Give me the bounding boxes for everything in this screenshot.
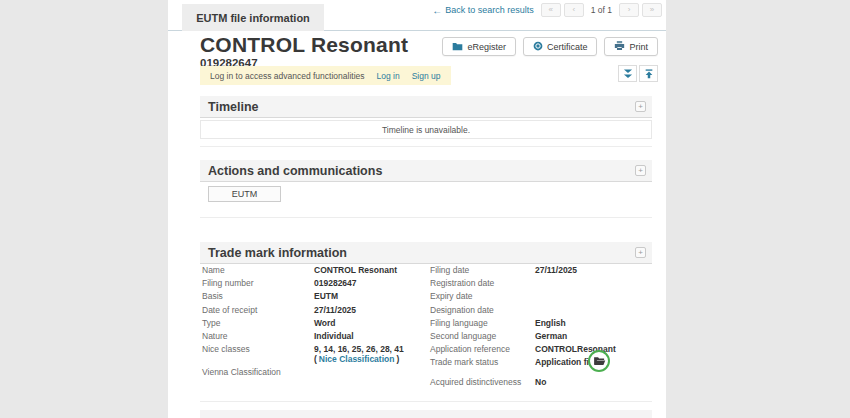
page-sheet: ← Back to search results « ‹ 1 of 1 › » … <box>168 0 666 418</box>
trademark-title: Trade mark information <box>208 246 635 260</box>
field-row-application-reference: Application reference CONTROLResonant <box>430 345 652 355</box>
timeline-section-header: Timeline + <box>200 96 652 118</box>
field-row-vienna-classification: Vienna Classification <box>202 368 424 378</box>
field-value: 9, 14, 16, 25, 26, 28, 41 (Nice Classifi… <box>314 345 424 364</box>
field-value: 019282647 <box>314 279 357 289</box>
field-label: Basis <box>202 292 314 302</box>
trademark-right-column: Filing date 27/11/2025 Registration date… <box>430 266 652 391</box>
action-buttons: eRegister Certificate Print <box>442 37 658 56</box>
field-row-nature: Nature Individual <box>202 332 424 342</box>
timeline-title: Timeline <box>208 100 635 114</box>
field-row-trade-mark-status: Trade mark status Application filed <box>430 358 652 368</box>
field-label: Designation date <box>430 306 535 316</box>
field-row-basis: Basis EUTM <box>202 292 424 302</box>
expand-all-button[interactable] <box>618 65 637 82</box>
arrow-up-to-bar-icon <box>644 65 654 83</box>
tab-eutm-file-information[interactable]: EUTM file information <box>182 4 324 31</box>
certificate-seal-icon <box>533 41 543 53</box>
field-label: Vienna Classification <box>202 368 314 378</box>
actions-section-header: Actions and communications + <box>200 160 652 182</box>
folder-icon <box>452 41 463 53</box>
certificate-label: Certificate <box>547 42 588 52</box>
eutm-filter-button[interactable]: EUTM <box>208 186 281 202</box>
field-row-registration-date: Registration date <box>430 279 652 289</box>
actions-title: Actions and communications <box>208 164 635 178</box>
field-row-nice-classes: Nice classes 9, 14, 16, 25, 26, 28, 41 (… <box>202 345 424 364</box>
field-value: German <box>535 332 567 342</box>
result-pager: « ‹ 1 of 1 › » <box>541 3 662 17</box>
timeline-unavailable-message: Timeline is unavailable. <box>382 125 470 135</box>
pager-next-button[interactable]: › <box>619 3 639 17</box>
field-row-acquired-distinctiveness: Acquired distinctiveness No <box>430 378 652 388</box>
pager-counter: 1 of 1 <box>591 5 612 15</box>
certificate-button[interactable]: Certificate <box>523 37 598 56</box>
back-to-search-results-link[interactable]: ← Back to search results <box>432 5 534 16</box>
section-divider <box>200 401 652 402</box>
timeline-body: Timeline is unavailable. <box>200 120 652 139</box>
login-notice-bar: Log in to access advanced functionalitie… <box>200 66 451 85</box>
field-row-filing-number: Filing number 019282647 <box>202 279 424 289</box>
signup-link[interactable]: Sign up <box>412 71 441 81</box>
field-label: Acquired distinctiveness <box>430 378 535 388</box>
field-row-type: Type Word <box>202 319 424 329</box>
login-message: Log in to access advanced functionalitie… <box>210 71 365 81</box>
field-label: Registration date <box>430 279 535 289</box>
field-label: Nice classes <box>202 345 314 364</box>
print-button[interactable]: Print <box>604 37 658 56</box>
field-label: Filing language <box>430 319 535 329</box>
pager-first-button[interactable]: « <box>541 3 561 17</box>
eregister-button[interactable]: eRegister <box>442 37 516 56</box>
field-value: No <box>535 378 546 388</box>
trademark-section-header: Trade mark information + <box>200 242 652 264</box>
field-value: EUTM <box>314 292 338 302</box>
collapse-all-button[interactable] <box>639 65 658 82</box>
field-label: Filing date <box>430 266 535 276</box>
top-navigation: ← Back to search results « ‹ 1 of 1 › » <box>432 3 662 17</box>
field-label: Application reference <box>430 345 535 355</box>
double-chevron-down-icon <box>623 65 633 83</box>
field-row-expiry-date: Expiry date <box>430 292 652 302</box>
pager-last-button[interactable]: » <box>642 3 662 17</box>
field-row-designation-date: Designation date <box>430 306 652 316</box>
section-divider <box>200 146 652 147</box>
trademark-toggle-button[interactable]: + <box>635 247 646 258</box>
eregister-label: eRegister <box>467 42 506 52</box>
actions-toggle-button[interactable]: + <box>635 165 646 176</box>
section-divider <box>200 217 652 218</box>
next-section-header-partial <box>200 410 652 418</box>
field-label: Filing number <box>202 279 314 289</box>
field-row-filing-language: Filing language English <box>430 319 652 329</box>
login-link[interactable]: Log in <box>377 71 400 81</box>
trademark-left-column: Name CONTROL Resonant Filing number 0192… <box>202 266 424 381</box>
field-row-date-of-receipt: Date of receipt 27/11/2025 <box>202 306 424 316</box>
field-label: Type <box>202 319 314 329</box>
field-value: Word <box>314 319 336 329</box>
page-title: CONTROL Resonant <box>200 33 408 57</box>
field-value: 27/11/2025 <box>314 306 356 316</box>
field-label: Nature <box>202 332 314 342</box>
print-label: Print <box>629 42 648 52</box>
field-value: 27/11/2025 <box>535 266 577 276</box>
field-label: Name <box>202 266 314 276</box>
field-value: CONTROL Resonant <box>314 266 397 276</box>
timeline-toggle-button[interactable]: + <box>635 101 646 112</box>
application-filed-status-icon <box>588 350 610 372</box>
back-link-label: Back to search results <box>445 5 534 15</box>
field-label: Trade mark status <box>430 358 535 368</box>
expand-collapse-controls <box>618 65 658 82</box>
back-arrow-icon: ← <box>432 5 442 16</box>
field-row-name: Name CONTROL Resonant <box>202 266 424 276</box>
pager-prev-button[interactable]: ‹ <box>564 3 584 17</box>
field-value: Individual <box>314 332 354 342</box>
field-label: Second language <box>430 332 535 342</box>
field-row-second-language: Second language German <box>430 332 652 342</box>
field-label: Date of receipt <box>202 306 314 316</box>
field-row-filing-date: Filing date 27/11/2025 <box>430 266 652 276</box>
field-label: Expiry date <box>430 292 535 302</box>
field-value: English <box>535 319 566 329</box>
printer-icon <box>614 41 625 53</box>
nice-classification-link[interactable]: Nice Classification <box>319 354 395 364</box>
